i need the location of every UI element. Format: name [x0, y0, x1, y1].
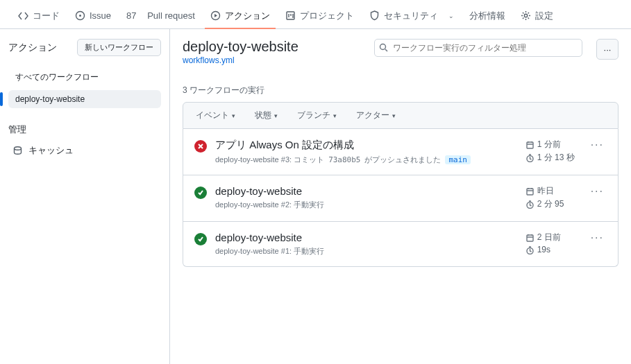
filter-status[interactable]: 状態▾	[255, 110, 278, 121]
svg-rect-11	[527, 235, 533, 241]
runs-count: 3 ワークフローの実行	[183, 85, 619, 96]
stopwatch-icon	[525, 245, 535, 254]
cache-icon	[12, 146, 23, 156]
run-list: アプリ Always On 設定の構成deploy-toy-website #3…	[183, 129, 619, 267]
workflow-file-link[interactable]: workflows.yml	[183, 55, 235, 65]
run-meta: deploy-toy-website #1: 手動実行	[215, 246, 517, 257]
calendar-icon	[525, 140, 535, 149]
run-row[interactable]: deploy-toy-websitedeploy-toy-website #1:…	[183, 222, 618, 266]
content-area: deploy-toy-website workflows.yml ··· 3 ワ…	[170, 29, 631, 364]
run-timing: 2 日前19s	[525, 232, 578, 256]
run-menu-button[interactable]: ···	[588, 139, 607, 151]
status-success-icon	[194, 187, 207, 199]
tab-pulls[interactable]: 87 Pull request	[121, 5, 201, 28]
svg-point-6	[380, 44, 386, 50]
filter-runs-input[interactable]	[374, 39, 582, 57]
svg-rect-7	[527, 142, 533, 148]
svg-point-1	[79, 15, 81, 17]
svg-point-5	[15, 146, 22, 149]
issue-icon	[75, 10, 85, 21]
svg-point-4	[525, 14, 528, 17]
sidebar-cache[interactable]: キャッシュ	[8, 141, 161, 159]
run-timing: 1 分前1 分 13 秒	[525, 139, 578, 165]
status-failure-icon	[194, 140, 207, 153]
filter-actor[interactable]: アクター▾	[356, 110, 396, 121]
calendar-icon	[525, 233, 535, 242]
run-title: deploy-toy-website	[215, 185, 517, 197]
run-title: deploy-toy-website	[215, 232, 517, 243]
sidebar-workflow-selected[interactable]: deploy-toy-website	[8, 90, 161, 108]
run-title: アプリ Always On 設定の構成	[215, 139, 517, 152]
tab-actions[interactable]: アクション	[205, 4, 276, 29]
kebab-icon: ···	[604, 44, 612, 55]
filter-branch[interactable]: ブランチ▾	[297, 110, 337, 121]
calendar-icon	[525, 187, 535, 196]
shield-icon	[369, 10, 380, 21]
gear-icon	[521, 10, 531, 21]
run-meta: deploy-toy-website #3: コミット 73a80b5 がプッシ…	[215, 155, 517, 165]
actions-sidebar: アクション 新しいワークフロー すべてのワークフロー deploy-toy-we…	[0, 29, 170, 364]
sidebar-section-manage: 管理	[8, 123, 161, 136]
code-icon	[18, 10, 28, 21]
repo-tabs: コード Issue 87 Pull request アクション プロジェクト セ…	[0, 0, 631, 29]
search-icon	[379, 43, 388, 52]
workflow-menu-button[interactable]: ···	[596, 39, 619, 60]
tab-issues[interactable]: Issue	[69, 5, 117, 28]
run-menu-button[interactable]: ···	[588, 232, 607, 244]
run-menu-button[interactable]: ···	[588, 185, 607, 198]
run-filters: イベント▾ 状態▾ ブランチ▾ アクター▾	[183, 102, 619, 129]
tab-code[interactable]: コード	[12, 4, 65, 29]
tab-security[interactable]: セキュリティ ⌄	[364, 4, 460, 29]
project-icon	[285, 10, 296, 21]
tab-projects[interactable]: プロジェクト	[280, 4, 360, 29]
run-row[interactable]: アプリ Always On 設定の構成deploy-toy-website #3…	[183, 129, 618, 175]
svg-rect-9	[527, 189, 533, 195]
sidebar-all-workflows[interactable]: すべてのワークフロー	[8, 67, 161, 87]
tab-insights[interactable]: 分析情報	[464, 4, 511, 29]
stopwatch-icon	[525, 153, 535, 162]
run-row[interactable]: deploy-toy-websitedeploy-toy-website #2:…	[183, 175, 618, 222]
status-success-icon	[194, 233, 207, 245]
new-workflow-button[interactable]: 新しいワークフロー	[77, 39, 161, 56]
stopwatch-icon	[525, 200, 535, 209]
run-timing: 昨日2 分 95	[525, 185, 578, 211]
branch-label[interactable]: main	[445, 155, 471, 164]
run-meta: deploy-toy-website #2: 手動実行	[215, 200, 517, 210]
workflow-title: deploy-toy-website	[183, 39, 298, 55]
sidebar-title: アクション	[8, 42, 57, 54]
play-icon	[210, 10, 221, 21]
filter-event[interactable]: イベント▾	[196, 110, 235, 121]
tab-settings[interactable]: 設定	[515, 4, 559, 29]
